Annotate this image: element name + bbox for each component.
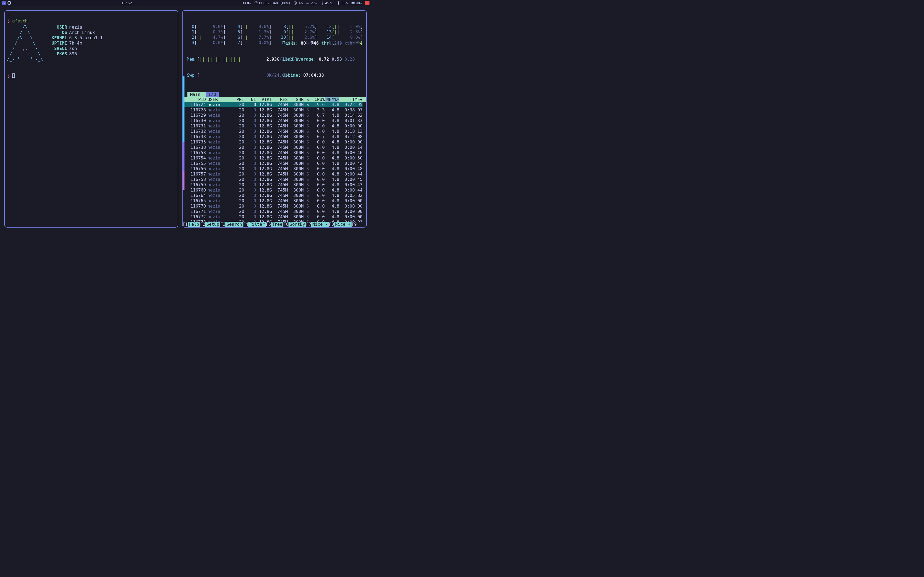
tab-io[interactable]: I/O [205, 92, 219, 97]
fkey-f3[interactable]: F3 [220, 222, 225, 227]
htop-column-header[interactable]: PIDUSERPRINIVIRTRESSHRSCPU%MEM%▽TIME+ [183, 97, 366, 102]
process-row[interactable]: 116732nezia20012.8G745M300MS0.04.80:18.1… [183, 129, 363, 134]
faction-sortby[interactable]: SortBy [289, 222, 306, 227]
terminal-htop[interactable]: 0[|9.0%]1[|0.7%]2[||4.7%]3[0.0%]4[||9.6%… [182, 10, 367, 227]
fkey-f2[interactable]: F2 [200, 222, 205, 227]
afetch-key: SHELL [48, 46, 67, 51]
column-header-mem[interactable]: MEM%▽ [325, 97, 339, 102]
process-row[interactable]: 116764nezia20012.8G745M300MS0.04.80:05.8… [183, 193, 363, 198]
cpu-meter: 4[||9.6%] [233, 24, 271, 29]
process-row[interactable]: 116760nezia20012.8G745M300MS0.04.80:00.4… [183, 187, 363, 193]
swp-label: Swp [187, 73, 197, 78]
process-row[interactable]: 116758nezia20012.8G745M300MS0.04.80:00.4… [183, 177, 363, 182]
prompt-command-line: ❯ afetch [6, 18, 176, 24]
memory-icon [306, 1, 310, 5]
wifi-icon [254, 1, 258, 5]
prompt-tilde-line: ~ [6, 13, 176, 18]
process-row[interactable]: 116754nezia20012.8G745M300MS0.04.80:00.5… [183, 155, 363, 161]
svg-rect-28 [351, 2, 354, 3]
svg-line-10 [297, 4, 297, 5]
process-row[interactable]: 116757nezia20012.8G745M300MS0.04.80:00.4… [183, 171, 363, 177]
terminal-afetch[interactable]: ~ ❯ afetch /\ / \ /\ \ / \ / ,, \ / | | … [4, 10, 178, 227]
tab-main[interactable]: Main [187, 92, 203, 97]
faction-nice-+[interactable]: Nice + [334, 222, 352, 227]
firefox-icon[interactable] [8, 1, 11, 5]
volume-mute-icon [242, 1, 246, 5]
column-header-cpu[interactable]: CPU% [309, 97, 325, 102]
column-header-s[interactable]: S [304, 97, 309, 102]
prompt-cursor-line[interactable]: ❯ [6, 73, 176, 79]
workspace: ~ ❯ afetch /\ / \ /\ \ / \ / ,, \ / | | … [0, 6, 371, 232]
svg-point-3 [256, 4, 257, 4]
process-row[interactable]: 116756nezia20012.8G745M300MS0.04.80:00.4… [183, 166, 363, 171]
column-header-ni[interactable]: NI [244, 97, 256, 102]
process-row[interactable]: 116753nezia20012.8G745M300MS0.04.80:00.4… [183, 150, 363, 155]
faction-search[interactable]: Search [225, 222, 243, 227]
fkey-f9[interactable]: F9 [352, 222, 357, 227]
battery-indicator[interactable]: 98% [351, 1, 362, 5]
svg-point-31 [368, 2, 368, 3]
cursor-block [12, 73, 15, 78]
afetch-value: 896 [67, 51, 77, 56]
faction-setup[interactable]: Setup [205, 222, 220, 227]
process-row[interactable]: 116765nezia20012.8G745M300MS0.04.80:00.0… [183, 198, 363, 203]
faction-help[interactable]: Help [188, 222, 200, 227]
cpu-meter: 0[|9.0%] [187, 24, 226, 29]
svg-rect-16 [322, 2, 322, 3]
htop-footer: F1Help F2Setup F3SearchF4FilterF5Tree F6… [183, 222, 366, 227]
fkey-f5[interactable]: F5 [266, 222, 271, 227]
terminal-icon[interactable] [2, 1, 6, 5]
faction-filter[interactable]: Filter [248, 222, 266, 227]
process-row[interactable]: 116731nezia20012.8G745M300MS0.04.80:00.0… [183, 123, 363, 129]
column-header-user[interactable]: USER [206, 97, 221, 102]
process-row[interactable]: 116772nezia20012.8G745M300MS0.04.80:00.0… [183, 214, 363, 219]
process-row[interactable]: 116724nezia20012.8G745M300MS19.64.89:22.… [183, 102, 363, 107]
topbar-clock[interactable]: 15:52 [14, 1, 239, 5]
process-row[interactable]: 116759nezia20012.8G745M300MS0.04.80:00.4… [183, 182, 363, 187]
fkey-f1[interactable]: F1 [183, 222, 188, 227]
faction-nice--[interactable]: Nice - [311, 222, 329, 227]
column-header-pri[interactable]: PRI [221, 97, 244, 102]
gear-icon [294, 1, 297, 5]
process-row[interactable]: 116729nezia20012.8G745M300MS0.74.80:14.6… [183, 113, 363, 118]
process-row[interactable]: 116733nezia20012.8G745M300MS0.74.80:12.0… [183, 134, 363, 139]
fkey-f7[interactable]: F7 [306, 222, 311, 227]
process-row[interactable]: 116738nezia20012.8G745M300MS0.04.80:00.1… [183, 145, 363, 150]
process-row[interactable]: 116728nezia20012.8G745M300MS3.34.80:38.0… [183, 107, 363, 113]
afetch-ascii-art: /\ / \ /\ \ / \ / ,, \ / | | -\ /_-'' ''… [7, 24, 43, 62]
svg-line-12 [297, 2, 297, 2]
faction-tree[interactable]: Tree [271, 222, 284, 227]
column-header-pid[interactable]: PID [187, 97, 206, 102]
brightness-indicator[interactable]: 53% [337, 1, 347, 5]
process-list[interactable]: 116724nezia20012.8G745M300MS19.64.89:22.… [183, 102, 366, 222]
svg-line-11 [294, 4, 295, 5]
afetch-info: USERneziaOSArch LinuxKERNEL6.3.5-arch1-1… [48, 24, 103, 62]
process-row[interactable]: 116755nezia20012.8G745M300MS0.04.80:00.4… [183, 161, 363, 166]
process-row[interactable]: 116773nezia20012.8G745M300MS0.04.80:00.0… [183, 219, 363, 222]
thermometer-icon [320, 1, 324, 5]
volume-indicator[interactable]: 0% [242, 1, 251, 5]
column-header-res[interactable]: RES [272, 97, 288, 102]
fkey-f6[interactable]: F6 [283, 222, 289, 227]
cpu-meter: 12[||2.0%] [324, 24, 363, 29]
column-header-time[interactable]: TIME+ [339, 97, 363, 102]
wifi-indicator[interactable]: UPC59F3A0 (88%) [254, 1, 290, 5]
fkey-f8[interactable]: F8 [329, 222, 334, 227]
process-row[interactable]: 116730nezia20012.8G745M300MS0.04.80:01.3… [183, 118, 363, 123]
cpu-meter: 9[||2.7%] [278, 29, 317, 35]
column-header-virt[interactable]: VIRT [256, 97, 272, 102]
process-row[interactable]: 116770nezia20012.8G745M300MS0.04.80:00.0… [183, 203, 363, 209]
cpu-indicator[interactable]: 4% [294, 1, 303, 5]
discord-tray-icon[interactable] [365, 1, 370, 5]
temp-indicator[interactable]: 45°C [320, 1, 333, 5]
ram-indicator[interactable]: 27% [306, 1, 317, 5]
process-row[interactable]: 116735nezia20012.8G745M300MS0.04.80:00.0… [183, 139, 363, 145]
cpu-meter: 2[||4.7%] [187, 35, 226, 40]
column-header-shr[interactable]: SHR [288, 97, 304, 102]
battery-value: 98% [356, 1, 362, 5]
fkey-f4[interactable]: F4 [243, 222, 248, 227]
process-row[interactable]: 116771nezia20012.8G745M300MS0.04.80:00.0… [183, 209, 363, 214]
htop-scrollbar[interactable] [183, 76, 184, 222]
afetch-value: 7h 4m [67, 40, 82, 46]
wifi-value: UPC59F3A0 (88%) [259, 1, 290, 5]
